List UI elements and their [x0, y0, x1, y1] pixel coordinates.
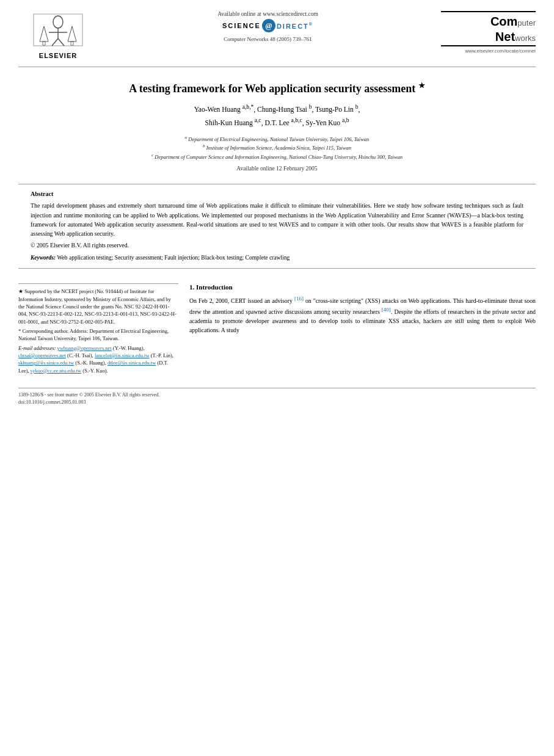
svg-marker-6	[40, 26, 48, 42]
available-online-text: Available online at www.sciencedirect.co…	[104, 11, 432, 17]
journal-name-header: Computer Networks 48 (2005) 739–761	[104, 36, 432, 42]
at-icon: @	[262, 19, 275, 32]
abstract-divider	[18, 184, 536, 184]
computer-networks-logo-area: Com puter Net works www.elsevier.com/loc…	[438, 11, 536, 54]
cn-puter-text: puter	[517, 18, 536, 27]
title-star: ★	[418, 81, 425, 90]
svg-marker-8	[68, 26, 76, 42]
abstract-text: The rapid development phases and extreme…	[31, 201, 523, 238]
footer-doi: doi:10.1016/j.comnet.2005.01.003	[18, 399, 159, 406]
email-dtlee[interactable]: dtlee@iis.sinica.edu.tw	[108, 360, 156, 366]
corresponding-note: * Corresponding author. Address: Departm…	[18, 327, 178, 343]
header-center: Available online at www.sciencedirect.co…	[98, 11, 438, 42]
science-direct-logo: SCIENCE @ DIRECT®	[104, 19, 432, 32]
email-chtsai[interactable]: chtsai@openwaves.net	[18, 352, 66, 358]
svg-line-4	[52, 38, 58, 46]
email-ywhuang[interactable]: ywhuang@openwaves.net	[57, 345, 111, 351]
keywords-label: Keywords:	[31, 255, 56, 261]
page-header: ELSEVIER Available online at www.science…	[0, 0, 554, 63]
ref-16: [16]	[294, 296, 304, 302]
footer-left: 1389-1286/$ - see front matter © 2005 El…	[18, 391, 159, 406]
cn-com-text: Com	[490, 15, 517, 29]
email-lancelot[interactable]: lancelot@iis.sinica.edu.tw	[95, 352, 150, 358]
body-divider	[18, 268, 536, 269]
footnote-star-text: ★ Supported by the NCERT project (No. 91…	[18, 288, 178, 325]
introduction-heading: 1. Introduction	[189, 283, 536, 291]
available-date: Available online 12 February 2005	[37, 165, 517, 172]
svg-rect-7	[43, 42, 45, 45]
cn-works-text: works	[515, 34, 536, 43]
keywords-line: Keywords: Web application testing; Secur…	[31, 253, 523, 262]
page: ELSEVIER Available online at www.science…	[0, 0, 554, 756]
svg-rect-9	[71, 42, 73, 45]
title-section: A testing framework for Web application …	[0, 67, 554, 178]
science-text: SCIENCE	[222, 22, 261, 29]
page-footer: 1389-1286/$ - see front matter © 2005 El…	[18, 388, 536, 406]
svg-point-1	[53, 16, 63, 28]
abstract-label: Abstract	[31, 191, 523, 197]
copyright-text: © 2005 Elsevier B.V. All rights reserved…	[31, 242, 523, 249]
email-sykuo[interactable]: sykuo@cc.ee.ntu.edu.tw	[31, 368, 81, 374]
right-column: 1. Introduction On Feb 2, 2000, CERT iss…	[189, 283, 536, 379]
elsevier-label: ELSEVIER	[39, 52, 77, 59]
authors-line: Yao-Wen Huang a,b,*, Chung-Hung Tsai b, …	[37, 102, 517, 128]
left-column: ★ Supported by the NCERT project (No. 91…	[18, 283, 178, 379]
section-number: 1.	[189, 283, 196, 291]
abstract-section: Abstract The rapid development phases an…	[0, 191, 554, 262]
journal-url: www.elsevier.com/locate/comnet	[465, 48, 536, 54]
cn-bottom-rule	[441, 45, 536, 46]
cn-top-rule	[441, 11, 536, 12]
elsevier-tree-icon	[31, 11, 86, 51]
svg-line-5	[58, 38, 64, 46]
ref-40: [40]	[382, 307, 391, 313]
email-addresses: E-mail addresses: ywhuang@openwaves.net …	[18, 344, 178, 374]
introduction-text: On Feb 2, 2000, CERT issued an advisory …	[189, 295, 536, 335]
keywords-text: Web application testing; Security assess…	[57, 255, 290, 261]
affiliations: a Department of Electrical Engineering, …	[37, 134, 517, 161]
cn-net-big-text: Net	[495, 30, 515, 44]
elsevier-logo-area: ELSEVIER	[18, 11, 98, 59]
email-skhuang[interactable]: skhuang@iis.sinica.edu.tw	[18, 360, 74, 366]
paper-title: A testing framework for Web application …	[37, 81, 517, 96]
direct-text: DIRECT®	[277, 22, 313, 30]
body-section: ★ Supported by the NCERT project (No. 91…	[0, 275, 554, 379]
footnote-area: ★ Supported by the NCERT project (No. 91…	[18, 283, 178, 374]
footer-issn: 1389-1286/$ - see front matter © 2005 El…	[18, 391, 159, 399]
